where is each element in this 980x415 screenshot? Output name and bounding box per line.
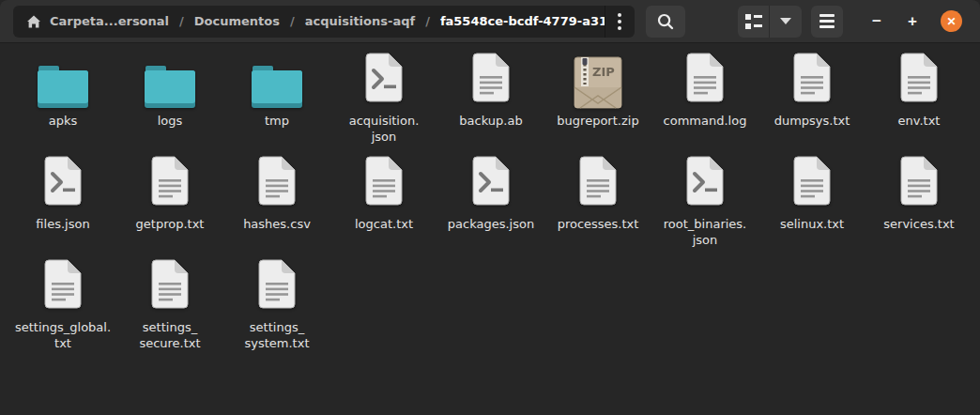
breadcrumb: Carpeta...ersonal/Documentos/acquisition…	[50, 14, 605, 28]
file-item[interactable]: settings_ secure.txt	[116, 259, 223, 362]
file-name: hashes.csv	[243, 216, 311, 232]
minimize-button[interactable]: −	[865, 10, 888, 33]
zip-archive-icon: ZIP	[574, 56, 622, 109]
breadcrumb-item[interactable]: fa5548ce-bcdf-4779-a31d-403bfbd0e99f	[440, 14, 605, 28]
text-file-icon	[897, 156, 941, 212]
file-item[interactable]: processes.txt	[544, 156, 651, 259]
script-file-icon	[683, 156, 727, 212]
text-file-icon	[469, 53, 513, 109]
script-file-icon	[469, 156, 513, 212]
view-mode-button[interactable]	[738, 6, 770, 38]
text-file-icon	[255, 156, 299, 212]
file-name: settings_ system.txt	[244, 319, 309, 351]
script-file-icon	[41, 156, 84, 212]
file-item[interactable]: env.txt	[865, 53, 972, 156]
text-file-icon	[255, 259, 299, 315]
file-item[interactable]: getprop.txt	[116, 156, 223, 259]
file-name: backup.ab	[459, 113, 522, 129]
search-icon	[656, 12, 675, 31]
file-item[interactable]: acquisition. json	[330, 53, 437, 156]
close-button[interactable]: ✕	[941, 10, 962, 32]
file-name: files.json	[36, 216, 89, 232]
file-item[interactable]: command.log	[651, 53, 758, 156]
zip-archive-icon: ZIP	[574, 53, 622, 109]
home-icon	[26, 14, 41, 29]
file-name: dumpsys.txt	[774, 113, 850, 129]
file-name: packages.json	[448, 216, 534, 232]
hamburger-menu-icon	[819, 14, 835, 28]
text-file-icon	[576, 156, 620, 212]
folder-icon	[144, 53, 196, 109]
file-item[interactable]: dumpsys.txt	[758, 53, 865, 156]
text-file-icon	[362, 156, 406, 212]
file-grid: apks logs tmp acquisition. json backup.a…	[0, 43, 980, 362]
breadcrumb-item[interactable]: Carpeta...ersonal	[50, 14, 169, 28]
file-name: acquisition. json	[349, 113, 420, 145]
maximize-button[interactable]: +	[901, 10, 924, 33]
file-item[interactable]: hashes.csv	[223, 156, 330, 259]
file-name: apks	[49, 113, 78, 129]
view-toggle-group	[738, 6, 802, 38]
file-name: settings_ secure.txt	[139, 319, 200, 351]
folder-icon	[251, 53, 303, 109]
file-item[interactable]: selinux.txt	[758, 156, 865, 259]
breadcrumb-item[interactable]: Documentos	[194, 14, 280, 28]
text-file-icon	[255, 156, 299, 212]
text-file-icon	[790, 156, 834, 212]
file-item[interactable]: logcat.txt	[330, 156, 437, 259]
text-file-icon	[41, 259, 84, 315]
file-item[interactable]: settings_ system.txt	[223, 259, 330, 362]
file-item[interactable]: root_binaries. json	[651, 156, 758, 259]
search-button[interactable]	[646, 6, 685, 38]
text-file-icon	[790, 156, 834, 212]
header-bar: Carpeta...ersonal/Documentos/acquisition…	[0, 0, 980, 43]
script-file-icon	[41, 156, 84, 212]
text-file-icon	[576, 156, 620, 212]
file-name: tmp	[265, 113, 289, 129]
text-file-icon	[469, 53, 513, 109]
breadcrumb-separator: /	[425, 14, 430, 28]
path-bar: Carpeta...ersonal/Documentos/acquisition…	[13, 6, 635, 38]
list-view-icon	[745, 14, 762, 29]
text-file-icon	[897, 53, 941, 109]
file-item[interactable]: tmp	[223, 53, 330, 156]
folder-icon	[37, 53, 89, 109]
text-file-icon	[148, 156, 191, 212]
text-file-icon	[148, 259, 191, 315]
file-item[interactable]: settings_global. txt	[9, 259, 116, 362]
folder-icon	[144, 65, 196, 109]
text-file-icon	[683, 53, 727, 109]
script-file-icon	[469, 156, 513, 212]
app-menu-button[interactable]	[811, 6, 843, 38]
folder-icon	[251, 65, 303, 109]
file-item[interactable]: packages.json	[437, 156, 544, 259]
chevron-down-icon	[780, 18, 791, 24]
svg-text:ZIP: ZIP	[592, 65, 615, 79]
breadcrumb-item[interactable]: acquisitions-aqf	[305, 14, 415, 28]
file-name: env.txt	[898, 113, 941, 129]
text-file-icon	[790, 53, 834, 109]
file-name: processes.txt	[558, 216, 639, 232]
text-file-icon	[790, 53, 834, 109]
file-item[interactable]: ZIP bugreport.zip	[544, 53, 651, 156]
file-name: selinux.txt	[780, 216, 844, 232]
file-item[interactable]: apks	[9, 53, 116, 156]
folder-icon	[37, 65, 89, 109]
file-name: root_binaries. json	[664, 216, 747, 248]
breadcrumb-separator: /	[179, 14, 184, 28]
text-file-icon	[897, 156, 941, 212]
text-file-icon	[362, 156, 406, 212]
text-file-icon	[41, 259, 84, 315]
file-item[interactable]: backup.ab	[437, 53, 544, 156]
file-item[interactable]: logs	[116, 53, 223, 156]
text-file-icon	[683, 53, 727, 109]
view-options-dropdown-button[interactable]	[770, 6, 802, 38]
file-item[interactable]: services.txt	[865, 156, 972, 259]
script-file-icon	[683, 156, 727, 212]
file-item[interactable]: files.json	[9, 156, 116, 259]
text-file-icon	[148, 156, 191, 212]
path-menu-button[interactable]	[605, 6, 635, 38]
text-file-icon	[897, 53, 941, 109]
script-file-icon	[362, 53, 406, 109]
file-name: settings_global. txt	[15, 319, 111, 351]
